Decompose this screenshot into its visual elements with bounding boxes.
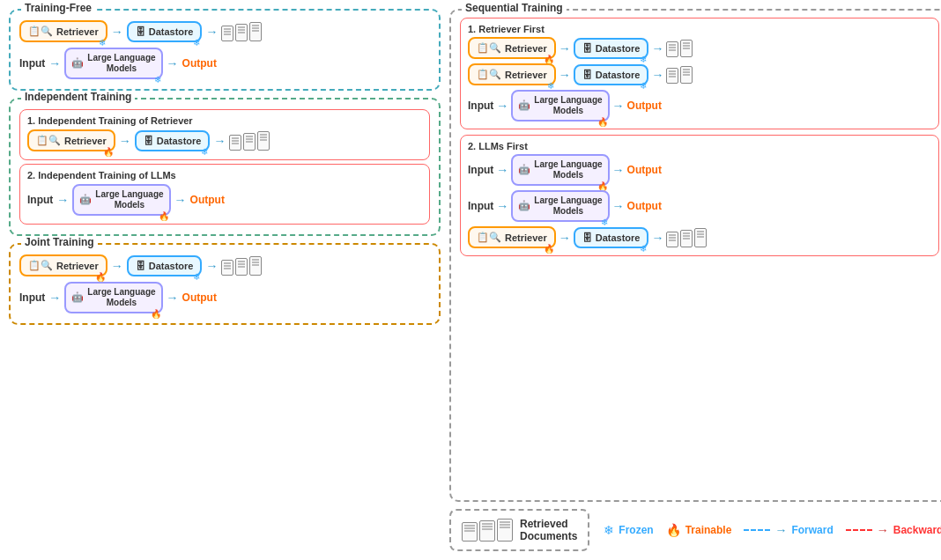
sdoc1b — [680, 40, 693, 57]
retriever-first-label: 1. Retriever First — [468, 24, 931, 34]
forward-line — [744, 529, 770, 531]
ldoc1 — [462, 522, 478, 542]
sdoc2 — [666, 66, 693, 84]
arrj4: → — [167, 291, 179, 305]
lfinp1: Input — [468, 164, 493, 176]
sub1-label: 1. Independent Training of Retriever — [27, 115, 422, 126]
input-label: Input — [19, 57, 45, 70]
sllm1-wrap: 🤖 Large LanguageModels 🔥 — [511, 90, 609, 122]
retrieved-docs-legend: Retrieved Documents — [449, 509, 589, 551]
doc9 — [249, 256, 262, 276]
trainable-label: Trainable — [685, 524, 732, 536]
llm2: 🤖 Large LanguageModels — [72, 184, 170, 216]
jinp: Input — [19, 291, 45, 304]
lfds-icon: 🗄 — [582, 232, 592, 243]
trainable-legend: 🔥 Trainable — [666, 523, 732, 537]
doc2 — [235, 24, 248, 41]
sllm1-label: Large LanguageModels — [534, 95, 602, 116]
ds-icon: 🗄 — [144, 136, 153, 146]
retriever-node: 📋🔍 Retriever — [19, 20, 107, 42]
sdoc1a — [666, 41, 678, 57]
fire3: 🔥 — [95, 272, 106, 282]
doc3 — [249, 22, 262, 41]
lfllm1: 🤖 Large LanguageModels — [511, 154, 609, 186]
ret-wrap: 📋🔍 Retriever 🔥 — [27, 129, 115, 151]
snow-badge3: ❄ — [154, 75, 161, 85]
sdoc1 — [666, 40, 693, 57]
snow5: ❄ — [193, 272, 200, 282]
sarr2: → — [651, 41, 663, 55]
arrow3: → — [48, 56, 61, 70]
sdoc2b — [680, 66, 693, 84]
fire2: 🔥 — [159, 211, 169, 221]
doc-stack1 — [221, 22, 262, 41]
doc4 — [229, 135, 241, 151]
out2: Output — [190, 194, 225, 206]
sret1-wrap: 📋🔍 Retriever 🔥 — [468, 37, 556, 59]
independent-section: Independent Training 1. Independent Trai… — [9, 98, 441, 236]
arri1: → — [119, 134, 131, 148]
lfarr2: → — [612, 163, 625, 177]
llms-first-box: 2. LLMs First Input → 🤖 Large LanguageMo… — [460, 135, 939, 256]
doc6 — [257, 131, 270, 151]
lfrobot1: 🤖 — [518, 164, 530, 175]
training-free-row2: Input → 🤖 Large LanguageModels ❄ → Outpu… — [19, 48, 430, 79]
doc1 — [221, 26, 233, 41]
lfarr4: → — [612, 199, 625, 213]
sout1: Output — [627, 99, 662, 112]
llm-wrapper: 🤖 Large LanguageModels ❄ — [64, 48, 162, 79]
frozen-legend: ❄ Frozen — [604, 523, 653, 537]
doc5 — [243, 133, 256, 151]
sds1: 🗄 Datastore — [574, 38, 649, 59]
jllm-label: Large LanguageModels — [87, 287, 155, 308]
sequential-label: Sequential Training — [462, 2, 567, 14]
lffire2: 🔥 — [544, 244, 554, 254]
sret2: 📋🔍 Retriever — [468, 63, 556, 85]
arrow4: → — [167, 56, 179, 70]
independent-row1: 📋🔍 Retriever 🔥 → 🗄 Datastore ❄ → — [27, 129, 422, 151]
arri2: → — [213, 134, 226, 148]
lfsnow1: ❄ — [601, 217, 608, 227]
sarr5: → — [496, 99, 508, 113]
jds-wrap: 🗄 Datastore ❄ — [127, 255, 203, 276]
independent-sub2: 2. Independent Training of LLMs Input → … — [19, 164, 430, 225]
lf-row1: Input → 🤖 Large LanguageModels 🔥 → Outpu… — [468, 154, 931, 186]
lfllm2: 🤖 Large LanguageModels — [511, 190, 609, 222]
retrieved-docs-label: Retrieved Documents — [520, 518, 577, 542]
lfdoc1 — [666, 232, 678, 247]
independent-sub1: 1. Independent Training of Retriever 📋🔍 … — [19, 109, 430, 160]
lfarr5: → — [559, 231, 571, 245]
robot2: 🤖 — [79, 194, 92, 205]
sfire2: 🔥 — [597, 117, 608, 127]
sinp1: Input — [468, 99, 493, 112]
lfout2: Output — [627, 200, 662, 212]
sds2-wrap: 🗄 Datastore ❄ — [574, 64, 649, 85]
forward-legend: → Forward — [744, 523, 833, 537]
datastore-node: 🗄 Datastore — [127, 21, 203, 42]
llm-label: Large LanguageModels — [87, 53, 155, 74]
independent-row2: Input → 🤖 Large LanguageModels 🔥 → Outpu… — [27, 184, 422, 216]
lf-row3: 📋🔍 Retriever 🔥 → 🗄 Datastore ❄ → — [468, 226, 931, 248]
jllm-wrap: 🤖 Large LanguageModels 🔥 — [64, 282, 162, 313]
snow-badge2: ❄ — [193, 38, 200, 48]
lfsnow2: ❄ — [640, 244, 647, 254]
fire-icon: 🔥 — [666, 523, 681, 537]
db-icon: 🗄 — [136, 26, 145, 37]
ssnow1: ❄ — [640, 55, 647, 64]
fire4: 🔥 — [151, 309, 161, 319]
right-panel: Sequential Training 1. Retriever First 📋… — [449, 9, 941, 551]
sub2-label: 2. Independent Training of LLMs — [27, 170, 422, 181]
joint-row1: 📋🔍 Retriever 🔥 → 🗄 Datastore ❄ → — [19, 254, 430, 276]
backward-arrow: → — [877, 523, 889, 537]
jds-node: 🗄 Datastore — [127, 255, 203, 276]
lfllm2-wrap: 🤖 Large LanguageModels ❄ — [511, 190, 609, 222]
legend-area: Retrieved Documents ❄ Frozen 🔥 Trainable… — [449, 509, 941, 551]
legend-items: ❄ Frozen 🔥 Trainable → Forward → Backwar… — [596, 509, 941, 551]
ret-icon: 📋🔍 — [36, 135, 61, 146]
forward-label: Forward — [791, 524, 833, 536]
lfret-wrap: 📋🔍 Retriever 🔥 — [468, 226, 556, 248]
jllm: 🤖 Large LanguageModels — [64, 282, 162, 313]
sllm1: 🤖 Large LanguageModels — [511, 90, 609, 122]
jout: Output — [182, 291, 217, 304]
arrj1: → — [111, 259, 123, 273]
